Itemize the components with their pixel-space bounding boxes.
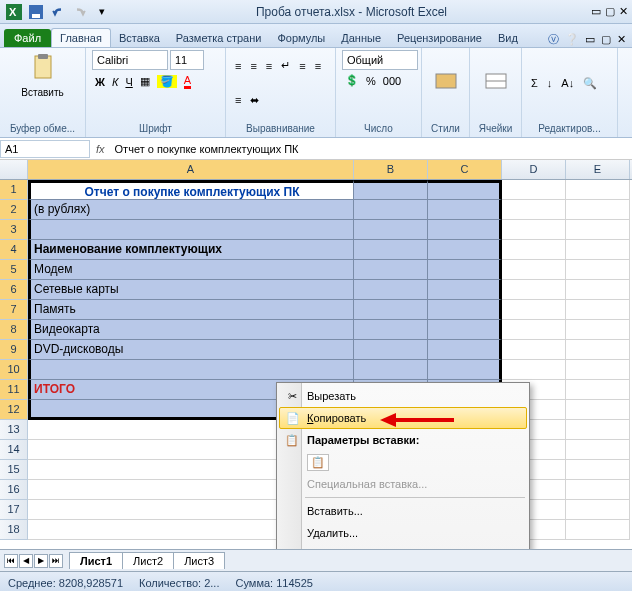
cell[interactable] [428,280,502,300]
cell[interactable]: Память [28,300,354,320]
close-icon[interactable]: ✕ [619,5,628,18]
cm-delete[interactable]: Удалить... [279,522,527,544]
cell[interactable] [566,260,630,280]
currency-icon[interactable]: 💲 [342,72,362,89]
cm-paste-option[interactable]: 📋 [279,451,527,473]
italic-button[interactable]: К [109,72,121,91]
cell[interactable]: Модем [28,260,354,280]
cm-insert[interactable]: Вставить... [279,500,527,522]
cell[interactable] [428,180,502,200]
row-header[interactable]: 13 [0,420,28,440]
tab-data[interactable]: Данные [333,29,389,47]
number-format-combo[interactable]: Общий [342,50,418,70]
cell[interactable] [354,220,428,240]
excel-icon[interactable]: X [4,2,24,22]
formula-input[interactable] [111,141,632,157]
col-header-a[interactable]: A [28,160,354,179]
underline-button[interactable]: Ч [122,72,135,91]
percent-icon[interactable]: % [363,72,379,89]
undo-icon[interactable] [48,2,68,22]
border-button[interactable]: ▦ [137,72,153,91]
cell[interactable]: Отчет о покупке комплектующих ПК [28,180,354,200]
cell[interactable]: Наименование комплектующих [28,240,354,260]
row-header[interactable]: 9 [0,340,28,360]
cm-cut[interactable]: ✂Вырезать [279,385,527,407]
cell[interactable]: Видеокарта [28,320,354,340]
align-bot-icon[interactable]: ≡ [263,58,275,74]
row-header[interactable]: 10 [0,360,28,380]
worksheet-grid[interactable]: A B C D E 1Отчет о покупке комплектующих… [0,160,632,549]
cell[interactable] [566,400,630,420]
row-header[interactable]: 8 [0,320,28,340]
cell[interactable] [566,240,630,260]
cell[interactable] [354,340,428,360]
align-center-icon[interactable]: ≡ [312,58,324,74]
cell[interactable] [428,200,502,220]
cell[interactable] [502,340,566,360]
font-size-combo[interactable]: 11 [170,50,204,70]
cell[interactable] [428,220,502,240]
col-header-d[interactable]: D [502,160,566,179]
mdi-restore-icon[interactable]: ▢ [601,33,611,46]
tab-layout[interactable]: Разметка страни [168,29,270,47]
tab-review[interactable]: Рецензирование [389,29,490,47]
cell[interactable] [428,260,502,280]
cell[interactable] [28,360,354,380]
cell[interactable] [502,260,566,280]
row-header[interactable]: 4 [0,240,28,260]
row-header[interactable]: 11 [0,380,28,400]
cell[interactable] [502,300,566,320]
cell[interactable] [566,180,630,200]
cell[interactable] [566,500,630,520]
row-header[interactable]: 7 [0,300,28,320]
cell[interactable] [566,440,630,460]
paste-default-icon[interactable]: 📋 [307,454,329,471]
cell[interactable] [428,300,502,320]
font-name-combo[interactable]: Calibri [92,50,168,70]
restore-icon[interactable]: ▢ [605,5,615,18]
row-header[interactable]: 6 [0,280,28,300]
bold-button[interactable]: Ж [92,72,108,91]
cell[interactable] [566,220,630,240]
minimize-icon[interactable]: ▭ [591,5,601,18]
ribbon-minimize-icon[interactable]: ⓥ [548,32,559,47]
cell[interactable] [566,420,630,440]
cell[interactable] [502,220,566,240]
paste-button[interactable] [26,50,60,84]
cell[interactable]: DVD-дисководы [28,340,354,360]
fx-icon[interactable]: fx [90,143,111,155]
cells-button[interactable] [481,66,511,100]
align-mid-icon[interactable]: ≡ [247,58,259,74]
cell[interactable] [354,240,428,260]
row-header[interactable]: 1 [0,180,28,200]
tab-formulas[interactable]: Формулы [269,29,333,47]
cell[interactable] [566,340,630,360]
file-tab[interactable]: Файл [4,29,51,47]
styles-button[interactable] [431,66,461,100]
cell[interactable] [428,240,502,260]
cell[interactable] [428,320,502,340]
cell[interactable] [428,340,502,360]
cell[interactable] [354,200,428,220]
cell[interactable]: Сетевые карты [28,280,354,300]
mdi-close-icon[interactable]: ✕ [617,33,626,46]
font-color-button[interactable]: A [181,72,194,91]
row-header[interactable]: 18 [0,520,28,540]
cell[interactable] [354,300,428,320]
sheet-tab-2[interactable]: Лист2 [122,552,174,569]
tab-home[interactable]: Главная [51,28,111,47]
cell[interactable] [566,300,630,320]
merge-icon[interactable]: ⬌ [247,92,262,109]
cell[interactable] [502,240,566,260]
cell[interactable] [502,200,566,220]
align-left-icon[interactable]: ≡ [296,58,308,74]
cell[interactable] [354,320,428,340]
row-header[interactable]: 3 [0,220,28,240]
cell[interactable] [28,220,354,240]
sheet-tab-3[interactable]: Лист3 [173,552,225,569]
cm-clear[interactable]: Очистить содержимое [279,544,527,549]
align-top-icon[interactable]: ≡ [232,58,244,74]
cell[interactable] [566,280,630,300]
sheet-last-icon[interactable]: ⏭ [49,554,63,568]
cell[interactable] [566,460,630,480]
